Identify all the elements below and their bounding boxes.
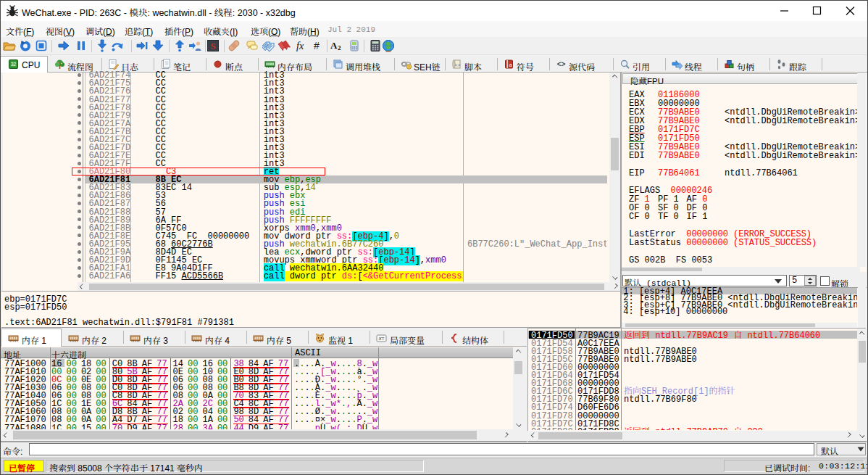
svg-text:A: A: [330, 40, 338, 51]
svg-text:32: 32: [11, 62, 17, 67]
svg-text:fx: fx: [296, 41, 304, 51]
svg-text:S: S: [210, 41, 215, 51]
svg-text:x=: x=: [378, 336, 385, 341]
svg-text:<>: <>: [557, 60, 566, 68]
svg-text:2: 2: [338, 44, 341, 51]
svg-text:<>: <>: [454, 62, 460, 67]
svg-text:#: #: [314, 40, 320, 51]
